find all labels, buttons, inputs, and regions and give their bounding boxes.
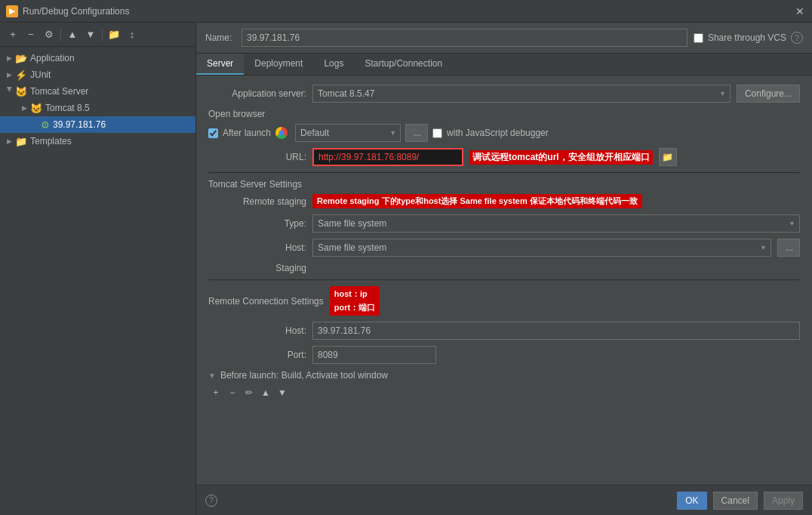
tomcat-85-icon: 🐱 [30, 103, 42, 114]
tab-server[interactable]: Server [196, 54, 244, 75]
browser-select[interactable]: Default [295, 124, 401, 142]
folder-button[interactable]: 📁 [106, 26, 122, 43]
tree-label-tomcat-85: Tomcat 8.5 [45, 103, 90, 113]
host-select[interactable]: Same file system [312, 239, 771, 257]
tree-label-templates: Templates [30, 136, 72, 146]
expand-arrow-application: ▶ [5, 54, 14, 63]
name-input[interactable] [241, 29, 687, 47]
config-icon-39: ⚙ [41, 119, 50, 131]
tree-item-tomcat-server[interactable]: ▶ 🐱 Tomcat Server [0, 83, 195, 100]
toolbar-separator-2 [102, 29, 103, 41]
staging-label: Staging [208, 263, 306, 273]
open-browser-row: After launch Default ... with JavaScript… [208, 124, 800, 142]
cancel-button[interactable]: Cancel [713, 492, 758, 510]
title-bar: ▶ Run/Debug Configurations ✕ [0, 0, 812, 23]
ok-button[interactable]: OK [677, 492, 706, 510]
junit-icon: ⚡ [15, 69, 27, 81]
tab-startup-connection[interactable]: Startup/Connection [354, 54, 453, 75]
browser-select-wrapper: Default [295, 124, 401, 142]
before-launch-edit-button[interactable]: ✏ [241, 385, 257, 400]
url-input[interactable] [312, 148, 463, 166]
remote-conn-header-row: Remote Connection Settings host：ip port：… [208, 286, 800, 316]
conn-host-label: Host: [208, 325, 306, 336]
before-launch-remove-button[interactable]: − [225, 385, 240, 400]
chrome-icon [275, 127, 288, 139]
expand-arrow-tomcat85: ▶ [20, 103, 29, 113]
url-folder-button[interactable]: 📁 [659, 148, 677, 166]
leaf-arrow-39: ▶ [30, 120, 39, 129]
bottom-bar: ? OK Cancel Apply [196, 485, 812, 515]
vcs-row: Share through VCS ? [694, 32, 803, 44]
application-folder-icon: 📂 [15, 53, 27, 64]
expand-arrow-junit: ▶ [5, 70, 14, 79]
name-bar: Name: Share through VCS ? [196, 23, 812, 54]
tree-item-templates[interactable]: ▶ 📁 Templates [0, 133, 195, 150]
before-launch-up-button[interactable]: ▲ [258, 385, 273, 400]
app-server-select-wrapper: Tomcat 8.5.47 [312, 85, 730, 103]
conn-host-row: Host: [208, 322, 800, 340]
remote-conn-annotation-host: host：ip [334, 289, 368, 298]
vcs-help-icon[interactable]: ? [791, 32, 803, 44]
remote-staging-annotation: Remote staging 下的type和host选择 Same file s… [312, 194, 642, 208]
templates-folder-icon: 📁 [15, 136, 27, 147]
host-select-label: Host: [208, 242, 306, 253]
before-launch-down-button[interactable]: ▼ [275, 385, 290, 400]
after-launch-checkbox[interactable] [208, 128, 218, 138]
app-server-select[interactable]: Tomcat 8.5.47 [312, 85, 730, 103]
app-server-label: Application server: [208, 88, 306, 99]
remote-conn-annotation-port: port：端口 [334, 303, 375, 312]
before-launch-add-button[interactable]: + [208, 385, 223, 400]
type-label: Type: [208, 218, 306, 229]
conn-port-row: Port: [208, 346, 800, 364]
tree-item-junit[interactable]: ▶ ⚡ JUnit [0, 66, 195, 83]
move-up-button[interactable]: ▲ [64, 26, 81, 43]
type-select-wrapper: Same file system [312, 214, 800, 233]
move-down-button[interactable]: ▼ [82, 26, 99, 43]
vcs-checkbox[interactable] [694, 33, 703, 43]
toolbar-separator-1 [60, 29, 61, 41]
url-annotation: 调试远程tomcat的url，安全组放开相应端口 [469, 150, 653, 165]
help-button[interactable]: ? [205, 495, 217, 507]
conn-port-label: Port: [208, 350, 306, 360]
window-icon: ▶ [6, 5, 18, 17]
js-debug-checkbox[interactable] [432, 128, 442, 138]
name-label: Name: [205, 32, 235, 43]
tab-logs[interactable]: Logs [313, 54, 354, 75]
tree-label-application: Application [30, 53, 75, 63]
tomcat-folder-icon: 🐱 [15, 86, 27, 97]
window-title: Run/Debug Configurations [23, 6, 794, 17]
before-launch-toolbar: + − ✏ ▲ ▼ [208, 385, 800, 400]
remove-config-button[interactable]: − [23, 26, 39, 43]
remote-staging-label: Remote staging [208, 196, 306, 207]
type-select[interactable]: Same file system [312, 214, 800, 233]
conn-port-input[interactable] [312, 346, 436, 364]
browser-dots-button[interactable]: ... [405, 124, 428, 142]
divider-1 [208, 172, 800, 173]
host-dots-button[interactable]: ... [777, 239, 800, 257]
apply-button[interactable]: Apply [764, 492, 803, 510]
sort-button[interactable]: ↕ [124, 26, 140, 43]
before-launch-header: ▼ Before launch: Build, Activate tool wi… [208, 370, 800, 381]
tree-label-39-97: 39.97.181.76 [53, 119, 106, 130]
close-button[interactable]: ✕ [794, 5, 806, 17]
remote-conn-annotation: host：ip port：端口 [330, 286, 380, 316]
open-browser-title: Open browser [208, 109, 800, 119]
js-debug-label: with JavaScript debugger [447, 128, 549, 138]
help-area: ? [205, 495, 671, 507]
tab-deployment[interactable]: Deployment [244, 54, 313, 75]
staging-row: Staging [208, 263, 800, 273]
tree-item-39-97[interactable]: ▶ ⚙ 39.97.181.76 [0, 116, 195, 133]
tree-item-tomcat-85[interactable]: ▶ 🐱 Tomcat 8.5 [0, 100, 195, 116]
configure-button[interactable]: Configure... [737, 85, 800, 103]
conn-host-input[interactable] [312, 322, 800, 340]
tree-item-application[interactable]: ▶ 📂 Application [0, 50, 195, 66]
server-content: Application server: Tomcat 8.5.47 Config… [196, 76, 812, 485]
remote-staging-row: Remote staging Remote staging 下的type和hos… [208, 194, 800, 208]
tree-label-tomcat-server: Tomcat Server [30, 86, 88, 97]
url-row: URL: 调试远程tomcat的url，安全组放开相应端口 📁 [208, 148, 800, 166]
tree-label-junit: JUnit [30, 69, 51, 80]
right-panel: Name: Share through VCS ? Server Deploym… [196, 23, 812, 515]
add-config-button[interactable]: + [5, 26, 21, 43]
copy-config-button[interactable]: ⚙ [41, 26, 57, 43]
after-launch-label: After launch [223, 128, 271, 138]
